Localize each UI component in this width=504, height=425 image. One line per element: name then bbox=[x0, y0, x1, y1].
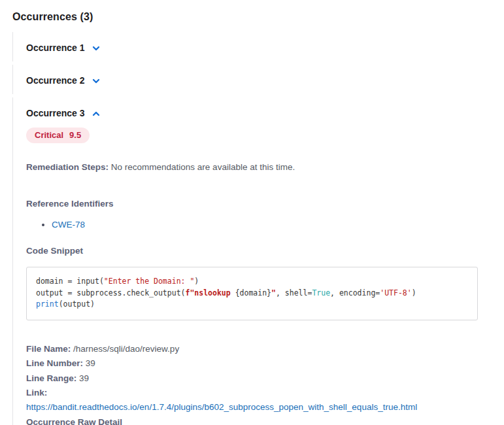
occurrence-detail-fields: File Name: /harness/sqli/dao/review.py L… bbox=[26, 342, 491, 425]
occurrence-3-label: Occurrence 3 bbox=[26, 108, 85, 118]
occurrence-section-1: Occurrence 1 bbox=[12, 32, 491, 61]
occurrence-section-3: Occurrence 3 Critical 9.5 Remediation St… bbox=[12, 97, 491, 425]
chevron-up-icon bbox=[92, 109, 101, 118]
reference-identifiers-heading: Reference Identifiers bbox=[26, 199, 491, 209]
occurrence-1-label: Occurrence 1 bbox=[26, 42, 85, 53]
line-range-value: 39 bbox=[79, 373, 89, 383]
occurrence-2-toggle[interactable]: Occurrence 2 bbox=[26, 75, 101, 86]
occurrence-3-toggle[interactable]: Occurrence 3 bbox=[26, 108, 101, 118]
line-number-value: 39 bbox=[86, 358, 95, 368]
remediation-steps: Remediation Steps: No recommendations ar… bbox=[26, 161, 491, 173]
line-number-row: Line Number: 39 bbox=[26, 356, 491, 371]
link-url-row: https://bandit.readthedocs.io/en/1.7.4/p… bbox=[26, 401, 491, 415]
line-number-label: Line Number: bbox=[26, 358, 83, 368]
chevron-down-icon bbox=[92, 44, 101, 53]
remediation-text: No recommendations are available at this… bbox=[111, 162, 295, 172]
bandit-doc-link[interactable]: https://bandit.readthedocs.io/en/1.7.4/p… bbox=[26, 402, 417, 412]
reference-identifiers-list: CWE-78 bbox=[26, 218, 491, 231]
code-line: domain = input("Enter the Domain: ") bbox=[36, 276, 468, 288]
severity-label: Critical bbox=[35, 130, 63, 140]
occurrences-panel: Occurrences (3) Occurrence 1 Occurrence … bbox=[0, 0, 504, 425]
line-range-label: Line Range: bbox=[26, 373, 76, 383]
cwe-link[interactable]: CWE-78 bbox=[52, 220, 85, 230]
occurrence-3-body: Critical 9.5 Remediation Steps: No recom… bbox=[26, 119, 491, 425]
file-name-label: File Name: bbox=[26, 344, 71, 354]
chevron-down-icon bbox=[92, 76, 101, 86]
occurrence-2-label: Occurrence 2 bbox=[26, 75, 85, 86]
occurrence-section-2: Occurrence 2 bbox=[12, 65, 491, 94]
link-label-row: Link: bbox=[26, 386, 491, 401]
page-title: Occurrences (3) bbox=[12, 11, 491, 23]
severity-badge: Critical 9.5 bbox=[26, 128, 90, 143]
code-snippet-box: domain = input("Enter the Domain: ") out… bbox=[26, 267, 478, 320]
code-snippet-heading: Code Snippet bbox=[26, 246, 491, 256]
code-line: print(output) bbox=[36, 299, 468, 311]
link-label: Link: bbox=[26, 388, 47, 398]
occurrence-accordion: Occurrence 1 Occurrence 2 Occurrence 3 bbox=[12, 32, 491, 425]
file-name-row: File Name: /harness/sqli/dao/review.py bbox=[26, 342, 491, 357]
occurrence-raw-detail-heading: Occurrence Raw Detail bbox=[26, 415, 491, 425]
file-name-value: /harness/sqli/dao/review.py bbox=[73, 344, 179, 354]
line-range-row: Line Range: 39 bbox=[26, 371, 491, 386]
code-line: output = subprocess.check_output(f"nsloo… bbox=[36, 288, 468, 299]
list-item: CWE-78 bbox=[52, 218, 491, 231]
occurrence-1-toggle[interactable]: Occurrence 1 bbox=[26, 42, 101, 53]
severity-score: 9.5 bbox=[69, 130, 81, 140]
remediation-label: Remediation Steps: bbox=[26, 162, 109, 172]
